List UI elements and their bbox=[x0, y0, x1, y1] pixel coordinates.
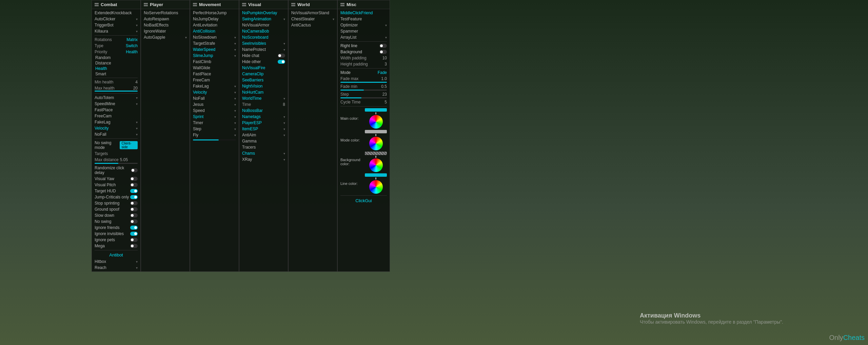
toggle-mega[interactable] bbox=[130, 244, 138, 248]
camera-clip[interactable]: CameraClip bbox=[239, 71, 288, 77]
chams[interactable]: Chams ▾ bbox=[239, 150, 288, 156]
mode-color-picker[interactable] bbox=[369, 137, 383, 150]
gamma[interactable]: Gamma bbox=[239, 138, 288, 144]
hide-other-row[interactable]: Hide other bbox=[239, 59, 288, 65]
hide-chat-row[interactable]: Hide chat bbox=[239, 53, 288, 59]
toggle-visual-yaw[interactable] bbox=[130, 177, 138, 181]
fakelag[interactable]: FakeLag ▾ bbox=[92, 119, 140, 125]
ground-spoof[interactable]: Ground spoof bbox=[92, 206, 140, 212]
toggle-ground-spoof[interactable] bbox=[130, 207, 138, 211]
toggle-stop-sprinting[interactable] bbox=[130, 201, 138, 205]
speed[interactable]: Speed ▾ bbox=[190, 108, 239, 114]
no-slowdown[interactable]: NoSlowdown ▾ bbox=[190, 34, 239, 40]
middle-click-friend[interactable]: MiddleClickFriend bbox=[338, 10, 390, 16]
see-invisibles[interactable]: SeeInvisibles ▾ bbox=[239, 40, 288, 46]
spammer[interactable]: Spammer bbox=[338, 28, 390, 34]
ignore-water[interactable]: IgnoreWater bbox=[141, 28, 190, 34]
world-time[interactable]: WorldTime ▾ bbox=[239, 95, 288, 101]
max-health-slider[interactable] bbox=[95, 91, 138, 92]
right-line-row[interactable]: Right line bbox=[338, 43, 390, 49]
toggle-slow-down[interactable] bbox=[130, 213, 138, 217]
optimizer[interactable]: Optimizer ▾ bbox=[338, 22, 390, 28]
freecam[interactable]: FreeCam bbox=[92, 113, 140, 119]
no-bad-effects[interactable]: NoBadEffects bbox=[141, 22, 190, 28]
world-header[interactable]: World bbox=[289, 0, 337, 9]
xray[interactable]: XRay ▾ bbox=[239, 156, 288, 162]
killaura[interactable]: Killaura ▾ bbox=[92, 28, 140, 34]
slow-down[interactable]: Slow down bbox=[92, 212, 140, 218]
visual-pitch[interactable]: Visual Pitch bbox=[92, 182, 140, 188]
jump-criticals[interactable]: Jump-Criticals only bbox=[92, 194, 140, 200]
array-list[interactable]: ArrayList ▾ bbox=[338, 34, 390, 40]
toggle-hide-other[interactable] bbox=[278, 60, 285, 64]
reach[interactable]: Reach ▾ bbox=[92, 265, 140, 271]
background-color-bar[interactable] bbox=[365, 152, 387, 155]
target-strafe[interactable]: TargetStrafe ▾ bbox=[190, 40, 239, 46]
main-color-picker[interactable] bbox=[369, 115, 383, 129]
priority-random[interactable]: Random bbox=[95, 55, 140, 60]
water-speed[interactable]: WaterSpeed ▾ bbox=[190, 46, 239, 53]
hitbox[interactable]: Hitbox ▾ bbox=[92, 258, 140, 265]
mega[interactable]: Mega bbox=[92, 243, 140, 249]
no-visual-armor[interactable]: NoVisualArmor bbox=[239, 22, 288, 28]
name-protect[interactable]: NameProtect ▾ bbox=[239, 46, 288, 53]
auto-clicker[interactable]: AutoClicker ▾ bbox=[92, 16, 140, 22]
toggle-visual-pitch[interactable] bbox=[130, 183, 138, 187]
auto-respawn[interactable]: AutoRespawn bbox=[141, 16, 190, 22]
perfect-horse-jump[interactable]: PerfectHorseJump bbox=[190, 10, 239, 16]
no-hurt-cam[interactable]: NoHurtCam bbox=[239, 89, 288, 95]
toggle-hide-chat[interactable] bbox=[278, 54, 285, 58]
combat-header[interactable]: Combat bbox=[92, 0, 140, 9]
tracers[interactable]: Tracers bbox=[239, 144, 288, 150]
fast-climb[interactable]: FastClimb bbox=[190, 59, 239, 65]
velocity[interactable]: Velocity ▾ bbox=[92, 125, 140, 131]
night-vision[interactable]: NightVision bbox=[239, 83, 288, 89]
stop-sprinting[interactable]: Stop sprinting bbox=[92, 200, 140, 206]
background-row[interactable]: Background bbox=[338, 49, 390, 55]
toggle-randomize-click[interactable] bbox=[131, 168, 138, 172]
fast-place-m[interactable]: FastPlace bbox=[190, 71, 239, 77]
item-esp[interactable]: ItemESP ▾ bbox=[239, 126, 288, 132]
fake-lag-m[interactable]: FakeLag ▾ bbox=[190, 83, 239, 89]
fly[interactable]: Fly ▾ bbox=[190, 132, 239, 138]
no-jump-delay[interactable]: NoJumpDelay bbox=[190, 16, 239, 22]
no-pumpkin-overlay[interactable]: NoPumpkinOverlay bbox=[239, 10, 288, 16]
autototem[interactable]: AutoTotem ▾ bbox=[92, 95, 140, 101]
toggle-ignore-pets[interactable] bbox=[130, 238, 138, 242]
no-visual-fire[interactable]: NoVisualFire bbox=[239, 65, 288, 71]
jesus[interactable]: Jesus ▾ bbox=[190, 101, 239, 108]
ignore-invisibles[interactable]: Ignore invisibles bbox=[92, 231, 140, 237]
chest-stealer[interactable]: ChestStealer ▾ bbox=[289, 16, 337, 22]
fastplace[interactable]: FastPlace bbox=[92, 107, 140, 113]
movement-header[interactable]: Movement bbox=[190, 0, 239, 9]
toggle-ignore-invisibles[interactable] bbox=[130, 232, 138, 236]
toggle-right-line[interactable] bbox=[379, 44, 387, 48]
no-swing[interactable]: No swing bbox=[92, 218, 140, 225]
nofall[interactable]: NoFall ▾ bbox=[92, 131, 140, 137]
trigger-bot[interactable]: TriggerBot ▾ bbox=[92, 22, 140, 28]
toggle-jump-criticals[interactable] bbox=[130, 195, 138, 199]
step[interactable]: Step ▾ bbox=[190, 126, 239, 132]
anti-levitation[interactable]: AntiLevitation bbox=[190, 22, 239, 28]
max-distance-slider[interactable] bbox=[95, 163, 138, 164]
no-scoreboard[interactable]: NoScoreboard bbox=[239, 34, 288, 40]
no-visual-armor-stand[interactable]: NoVisualArmorStand bbox=[289, 10, 337, 16]
visual-header[interactable]: Visual bbox=[239, 0, 288, 9]
player-header[interactable]: Player bbox=[141, 0, 190, 9]
see-barriers[interactable]: SeeBarriers bbox=[239, 77, 288, 83]
priority-health[interactable]: Health bbox=[95, 66, 140, 71]
free-cam[interactable]: FreeCam bbox=[190, 77, 239, 83]
type-row[interactable]: Type Switch bbox=[92, 43, 140, 49]
no-server-rotations[interactable]: NoServerRotations bbox=[141, 10, 190, 16]
mode-row[interactable]: Mode Fade bbox=[338, 70, 390, 76]
priority-smart[interactable]: Smart bbox=[95, 71, 140, 77]
toggle-target-hud[interactable] bbox=[130, 189, 138, 193]
anti-aim[interactable]: AntiAim ▾ bbox=[239, 132, 288, 138]
speedmine[interactable]: SpeedMine ▾ bbox=[92, 101, 140, 107]
mode-color-bar[interactable] bbox=[365, 130, 387, 133]
target-hud[interactable]: Target HUD bbox=[92, 188, 140, 194]
toggle-no-swing[interactable] bbox=[130, 219, 138, 224]
priority-row[interactable]: Priority Health bbox=[92, 49, 140, 55]
timer[interactable]: Timer ▾ bbox=[190, 120, 239, 126]
anti-cactus[interactable]: AntiCactus bbox=[289, 22, 337, 28]
